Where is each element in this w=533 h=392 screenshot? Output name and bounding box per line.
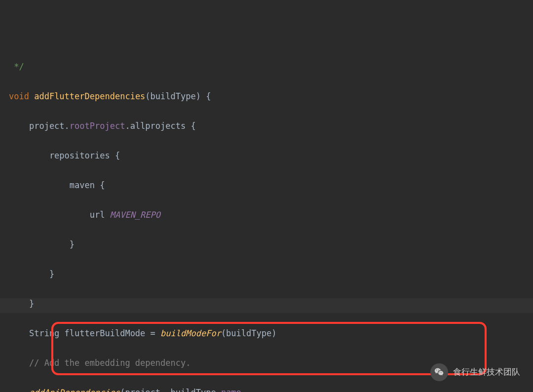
watermark: 食行生鲜技术团队	[430, 363, 520, 381]
code-content: */ void addFlutterDependencies(buildType…	[9, 44, 533, 392]
watermark-text: 食行生鲜技术团队	[453, 365, 520, 380]
wechat-icon	[430, 363, 448, 381]
code-editor[interactable]: */ void addFlutterDependencies(buildType…	[0, 0, 533, 392]
